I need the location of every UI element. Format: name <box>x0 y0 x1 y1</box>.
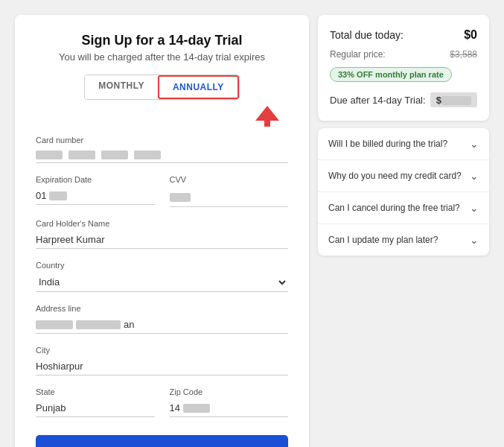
card-redacted-3 <box>101 150 128 159</box>
pricing-card: Total due today: $0 Regular price: $3,58… <box>318 15 489 121</box>
faq-question-0: Will I be billed during the trial? <box>328 139 470 149</box>
card-number-field: Card number <box>36 136 288 163</box>
due-after-row: Due after 14-day Trial: $ <box>330 92 477 107</box>
billing-toggle: MONTHLY ANNUALLY <box>84 74 240 100</box>
form-title: Sign Up for a 14-day Trial <box>36 33 288 48</box>
cvv-label: CVV <box>170 175 289 184</box>
country-field: Country India <box>36 261 288 292</box>
faq-item-0[interactable]: Will I be billed during the trial? ⌄ <box>318 128 489 160</box>
total-row: Total due today: $0 <box>330 28 477 42</box>
expiration-field: Expiration Date 01 <box>36 175 155 207</box>
due-after-redacted <box>441 96 471 105</box>
card-redacted-4 <box>134 150 161 159</box>
right-panel: Total due today: $0 Regular price: $3,58… <box>318 15 489 447</box>
zip-label: Zip Code <box>170 387 289 396</box>
total-value: $0 <box>464 28 477 42</box>
state-zip-row: State Zip Code 14 <box>36 387 288 429</box>
form-subtitle: You will be charged after the 14-day tri… <box>36 51 288 63</box>
cardholder-label: Card Holder's Name <box>36 219 288 228</box>
discount-badge-wrapper: 33% OFF monthly plan rate <box>330 67 477 89</box>
page-wrapper: Sign Up for a 14-day Trial You will be c… <box>0 0 504 447</box>
cardholder-input[interactable] <box>36 231 288 249</box>
toggle-monthly[interactable]: MONTHLY <box>85 75 158 99</box>
arrow-indicator <box>36 104 288 131</box>
discount-badge: 33% OFF monthly plan rate <box>330 67 452 82</box>
card-redacted-1 <box>36 150 63 159</box>
faq-chevron-2: ⌄ <box>470 202 479 214</box>
exp-redacted <box>49 191 67 200</box>
faq-chevron-0: ⌄ <box>470 138 479 150</box>
left-panel: Sign Up for a 14-day Trial You will be c… <box>15 15 309 447</box>
total-label: Total due today: <box>330 29 403 41</box>
signup-button[interactable]: SIGN UP <box>36 435 288 447</box>
cvv-redacted <box>170 193 191 202</box>
state-field: State <box>36 387 155 417</box>
due-after-value: $ <box>430 92 477 107</box>
card-number-label: Card number <box>36 136 288 145</box>
expiration-value: 01 <box>36 190 46 201</box>
regular-price-label: Regular price: <box>330 49 386 60</box>
city-input[interactable] <box>36 358 288 375</box>
card-redacted-2 <box>68 150 95 159</box>
address-redacted-1 <box>36 320 73 329</box>
cardholder-field: Card Holder's Name <box>36 219 288 249</box>
zip-field: Zip Code 14 <box>170 387 289 417</box>
city-label: City <box>36 346 288 355</box>
country-label: Country <box>36 261 288 270</box>
zip-prefix: 14 <box>170 402 180 413</box>
svg-marker-0 <box>255 106 279 121</box>
faq-question-1: Why do you need my credit card? <box>328 171 470 181</box>
address-suffix: an <box>124 319 134 330</box>
zip-redacted <box>183 404 210 413</box>
expiration-label: Expiration Date <box>36 175 155 184</box>
state-input[interactable] <box>36 399 155 417</box>
country-select[interactable]: India <box>36 273 288 292</box>
state-label: State <box>36 387 155 396</box>
regular-price-value: $3,588 <box>450 49 477 60</box>
city-field: City <box>36 346 288 375</box>
faq-item-1[interactable]: Why do you need my credit card? ⌄ <box>318 160 489 192</box>
address-redacted-2 <box>76 320 121 329</box>
faq-card: Will I be billed during the trial? ⌄ Why… <box>318 128 489 256</box>
due-after-label: Due after 14-day Trial: <box>330 95 426 106</box>
address-label: Address line <box>36 304 288 313</box>
faq-chevron-3: ⌄ <box>470 234 479 246</box>
exp-cvv-row: Expiration Date 01 CVV <box>36 175 288 219</box>
svg-rect-1 <box>264 121 270 127</box>
toggle-annually[interactable]: ANNUALLY <box>158 75 239 99</box>
address-field: Address line an <box>36 304 288 334</box>
cvv-field: CVV <box>170 175 289 207</box>
faq-question-3: Can I update my plan later? <box>328 235 470 245</box>
faq-question-2: Can I cancel during the free trial? <box>328 203 470 213</box>
faq-item-2[interactable]: Can I cancel during the free trial? ⌄ <box>318 192 489 224</box>
regular-price-row: Regular price: $3,588 <box>330 49 477 60</box>
faq-item-3[interactable]: Can I update my plan later? ⌄ <box>318 224 489 256</box>
faq-chevron-1: ⌄ <box>470 170 479 182</box>
